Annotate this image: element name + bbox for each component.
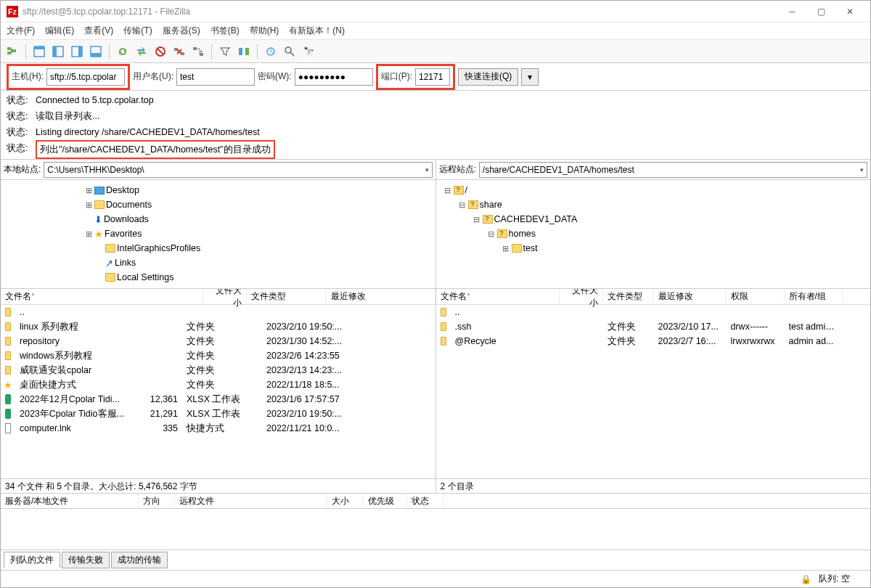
tab-successful-transfers[interactable]: 成功的传输 (111, 552, 168, 568)
list-item[interactable]: 2022年12月Cpolar Tidi...12,361XLSX 工作表2023… (1, 392, 436, 407)
local-pane: 本地站点: C:\Users\THHK\Desktop\▾ ⊞ Desktop⊞… (1, 160, 436, 493)
tree-node[interactable]: ⊟ / (436, 183, 871, 197)
queue-header[interactable]: 服务器/本地文件方向远程文件大小优先级状态 (1, 493, 870, 509)
filter-icon[interactable] (216, 43, 234, 60)
lock-icon: 🔒 (801, 574, 811, 584)
cancel-icon[interactable] (152, 43, 169, 60)
reconnect-icon[interactable] (189, 43, 207, 60)
tree-node[interactable]: ⊟ share (436, 197, 871, 212)
list-item[interactable]: computer.lnk335快捷方式2022/11/21 10:0... (1, 421, 436, 436)
refresh-icon[interactable] (114, 43, 131, 60)
queue-status: 队列: 空 (819, 573, 850, 585)
queue-body[interactable] (1, 509, 870, 550)
menu-transfer[interactable]: 传输(T) (123, 25, 152, 37)
tree-node[interactable]: ⬇ Downloads (1, 212, 436, 226)
toolbar: 🔭 (1, 40, 870, 63)
svg-rect-10 (91, 53, 101, 57)
log-panel[interactable]: 状态:Connected to 5.tcp.cpolar.top状态:读取目录列… (1, 91, 870, 160)
list-item[interactable]: linux 系列教程文件夹2023/2/10 19:50:... (1, 319, 436, 334)
svg-rect-16 (239, 48, 242, 55)
list-item[interactable]: 2023年Cpolar Tidio客服...21,291XLSX 工作表2023… (1, 407, 436, 421)
remote-filelist[interactable]: ...ssh文件夹2023/2/10 17...drwx------test a… (436, 305, 871, 478)
toggle-queue-icon[interactable] (87, 43, 105, 60)
minimize-button[interactable]: ─ (777, 1, 806, 22)
maximize-button[interactable]: ▢ (806, 1, 835, 22)
close-button[interactable]: ✕ (835, 1, 864, 22)
menu-file[interactable]: 文件(F) (7, 25, 35, 37)
list-item[interactable]: .ssh文件夹2023/2/10 17...drwx------test adm… (436, 319, 871, 334)
pass-label: 密码(W): (258, 70, 292, 83)
menu-server[interactable]: 服务器(S) (163, 25, 200, 37)
menu-view[interactable]: 查看(V) (84, 25, 113, 37)
remote-status: 2 个目录 (436, 478, 871, 493)
toggle-localtree-icon[interactable] (49, 43, 67, 60)
tree-node[interactable]: ⊞★ Favorites (1, 226, 436, 241)
local-filelist[interactable]: ..linux 系列教程文件夹2023/2/10 19:50:...reposi… (1, 305, 436, 478)
svg-rect-14 (193, 47, 197, 50)
local-site-label: 本地站点: (4, 163, 41, 176)
tree-node[interactable]: Local Settings (1, 270, 436, 285)
list-item[interactable]: windows系列教程文件夹2023/2/6 14:23:55 (1, 348, 436, 363)
menu-bookmarks[interactable]: 书签(B) (210, 25, 240, 37)
remote-path-input[interactable]: /share/CACHEDEV1_DATA/homes/test▾ (479, 162, 867, 178)
quickconnect-bar: 主机(H): 用户名(U): 密码(W): 端口(P): 快速连接(Q) ▾ (1, 63, 870, 91)
statusbar: 🔒 队列: 空 (1, 570, 870, 587)
list-item[interactable]: 威联通安装cpolar文件夹2023/2/13 14:23:... (1, 363, 436, 377)
svg-rect-0 (7, 47, 11, 50)
list-item[interactable]: .. (436, 305, 871, 319)
svg-point-19 (285, 47, 291, 53)
process-queue-icon[interactable] (133, 43, 150, 60)
user-label: 用户名(U): (133, 70, 173, 83)
site-manager-icon[interactable] (4, 43, 21, 60)
menubar: 文件(F) 编辑(E) 查看(V) 传输(T) 服务器(S) 书签(B) 帮助(… (1, 23, 870, 40)
port-label: 端口(P): (381, 70, 412, 83)
host-input[interactable] (46, 68, 125, 86)
host-label: 主机(H): (12, 70, 44, 83)
list-item[interactable]: ★桌面快捷方式文件夹2022/11/18 18:5... (1, 377, 436, 392)
local-filelist-header[interactable]: 文件名 ˄ 文件大小 文件类型 最近修改 (1, 289, 436, 305)
menu-edit[interactable]: 编辑(E) (45, 25, 74, 37)
svg-rect-17 (245, 48, 249, 55)
menu-help[interactable]: 帮助(H) (250, 25, 279, 37)
queue-tabs: 列队的文件 传输失败 成功的传输 (1, 550, 870, 570)
tree-node[interactable]: ⊞ test (436, 241, 871, 256)
tree-node[interactable]: ⊞ Documents (1, 197, 436, 212)
svg-rect-2 (12, 49, 16, 52)
svg-rect-4 (34, 46, 44, 49)
local-path-input[interactable]: C:\Users\THHK\Desktop\▾ (44, 162, 432, 178)
binoculars-icon[interactable]: 🔭 (300, 43, 317, 60)
list-item[interactable]: @Recycle文件夹2023/2/7 16:...lrwxrwxrwxadmi… (436, 334, 871, 348)
svg-rect-8 (78, 46, 82, 57)
filezilla-logo-icon: Fz (7, 6, 18, 17)
port-input[interactable] (415, 68, 450, 86)
quickconnect-button[interactable]: 快速连接(Q) (458, 68, 518, 86)
sync-browsing-icon[interactable] (262, 43, 279, 60)
svg-rect-6 (53, 46, 57, 57)
list-item[interactable]: .. (1, 305, 436, 319)
chevron-down-icon[interactable]: ▾ (860, 166, 864, 173)
toggle-remotetree-icon[interactable] (68, 43, 86, 60)
local-status: 34 个文件 和 5 个目录。大小总计: 5,476,562 字节 (1, 478, 436, 493)
toggle-log-icon[interactable] (30, 43, 48, 60)
list-item[interactable]: repository文件夹2023/1/30 14:52:... (1, 334, 436, 348)
pass-input[interactable] (295, 68, 373, 86)
tab-queued-files[interactable]: 列队的文件 (4, 552, 60, 568)
search-icon[interactable] (281, 43, 298, 60)
tree-node[interactable]: ⊟ homes (436, 226, 871, 241)
remote-tree[interactable]: ⊟ /⊟ share⊟ CACHEDEV1_DATA⊟ homes⊞ test (436, 180, 871, 289)
tab-failed-transfers[interactable]: 传输失败 (62, 552, 110, 568)
quickconnect-dropdown[interactable]: ▾ (521, 68, 539, 86)
disconnect-icon[interactable] (171, 43, 188, 60)
user-input[interactable] (176, 68, 255, 86)
tree-node[interactable]: IntelGraphicsProfiles (1, 241, 436, 256)
remote-filelist-header[interactable]: 文件名 ˄ 文件大小 文件类型 最近修改 权限 所有者/组 (436, 289, 871, 305)
titlebar: Fz sftp://test@5.tcp.cpolar.top:12171 - … (1, 1, 870, 23)
chevron-down-icon[interactable]: ▾ (425, 166, 429, 173)
menu-newversion[interactable]: 有新版本！(N) (289, 25, 345, 37)
local-tree[interactable]: ⊞ Desktop⊞ Documents⬇ Downloads⊞★ Favori… (1, 180, 436, 289)
tree-node[interactable]: ⊞ Desktop (1, 183, 436, 197)
compare-icon[interactable] (235, 43, 253, 60)
tree-node[interactable]: ↗ Links (1, 256, 436, 270)
tree-node[interactable]: ⊟ CACHEDEV1_DATA (436, 212, 871, 226)
svg-rect-1 (7, 52, 11, 54)
